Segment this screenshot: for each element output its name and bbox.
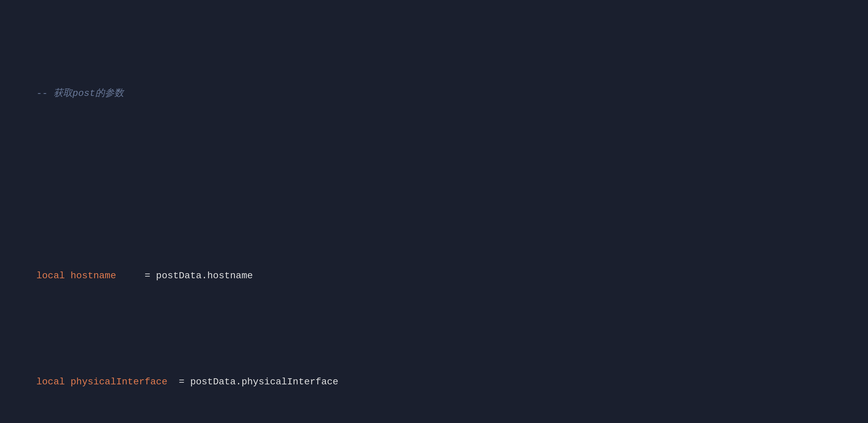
local-kw-1: local [36,270,65,281]
comment-get-post-params: -- 获取post的参数 [36,88,124,99]
line-comment-1: -- 获取post的参数 [14,71,854,116]
val-physicalinterface: postData.physicalInterface [190,377,338,387]
var-physicalinterface: physicalInterface [71,377,167,387]
line-physicalinterface: local physicalInterface = postData.physi… [14,359,854,405]
var-hostname: hostname [71,270,116,281]
line-hostname: local hostname = postData.hostname [14,253,854,299]
line-blank-1 [14,177,854,193]
val-hostname: postData.hostname [156,270,253,281]
local-kw-2: local [36,377,65,387]
code-editor: -- 获取post的参数 local hostname = postData.h… [14,10,854,423]
